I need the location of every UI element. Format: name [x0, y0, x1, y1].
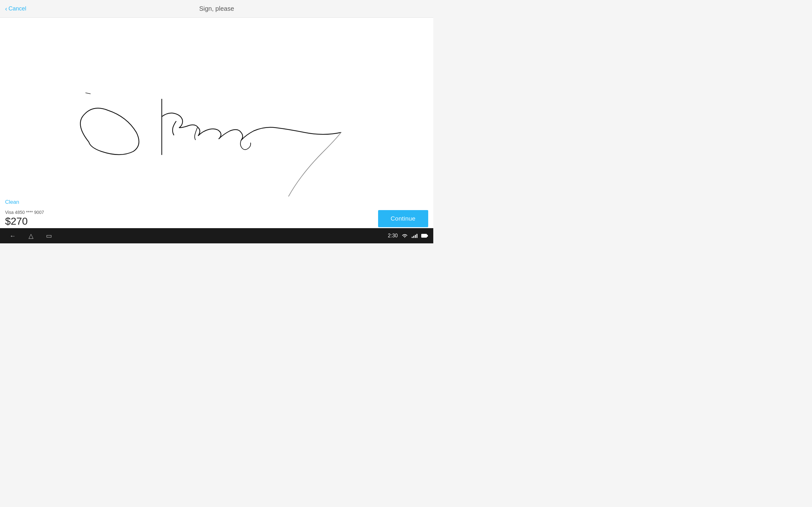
back-button-icon[interactable]: ← [9, 232, 16, 239]
signature-canvas[interactable] [0, 18, 433, 196]
battery-icon [421, 234, 427, 238]
signature-svg [0, 18, 433, 196]
nav-left-controls: ← △ ▭ [9, 232, 52, 239]
cancel-label: Cancel [9, 5, 26, 12]
wifi-icon [402, 233, 408, 238]
back-chevron-icon: ‹ [5, 5, 7, 12]
signal-bars-icon [412, 233, 417, 238]
navigation-bar: ← △ ▭ 2:30 [0, 228, 433, 243]
payment-row: Visa 4850 **** 9007 $270 Continue [0, 207, 433, 230]
page-title: Sign, please [199, 5, 234, 12]
amount-text: $270 [5, 216, 44, 227]
status-bar-right: 2:30 [388, 233, 427, 239]
clean-button[interactable]: Clean [5, 199, 19, 205]
clean-row: Clean [0, 196, 433, 207]
visa-text: Visa 4850 **** 9007 [5, 210, 44, 215]
cancel-button[interactable]: ‹ Cancel [5, 5, 26, 12]
top-bar: ‹ Cancel Sign, please [0, 0, 433, 18]
home-button-icon[interactable]: △ [29, 232, 33, 239]
status-time: 2:30 [388, 233, 398, 239]
continue-button[interactable]: Continue [378, 210, 428, 227]
payment-info: Visa 4850 **** 9007 $270 [5, 210, 44, 227]
recents-button-icon[interactable]: ▭ [46, 232, 52, 239]
bottom-section: Clean Visa 4850 **** 9007 $270 Continue [0, 196, 433, 228]
